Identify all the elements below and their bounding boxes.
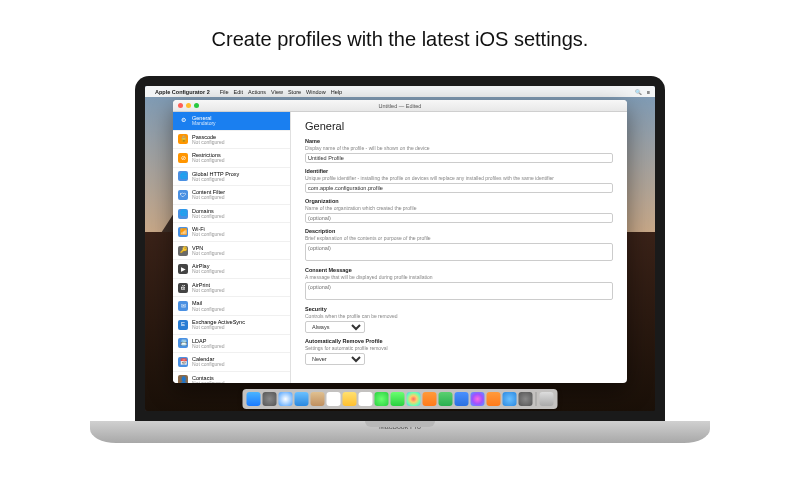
sidebar-icon: 📶 (178, 227, 188, 237)
sidebar-item-calendar[interactable]: 📅CalendarNot configured (173, 353, 290, 372)
sidebar-item-exchange-activesync[interactable]: EExchange ActiveSyncNot configured (173, 316, 290, 335)
macos-dock[interactable] (243, 389, 558, 409)
dock-reminders-icon[interactable] (359, 392, 373, 406)
content-heading: General (305, 120, 613, 132)
sidebar-item-wi-fi[interactable]: 📶Wi-FiNot configured (173, 223, 290, 242)
menu-store[interactable]: Store (288, 89, 301, 95)
menu-window[interactable]: Window (306, 89, 326, 95)
menu-actions[interactable]: Actions (248, 89, 266, 95)
field-description: Brief explanation of the contents or pur… (305, 235, 613, 241)
dock-finder-icon[interactable] (247, 392, 261, 406)
sidebar-sublabel: Not configured (192, 381, 225, 383)
dock-appstore-icon[interactable] (503, 392, 517, 406)
field-identifier: IdentifierUnique profile identifier - in… (305, 168, 613, 193)
sidebar-item-airprint[interactable]: 🖨AirPrintNot configured (173, 279, 290, 298)
field-description: A message that will be displayed during … (305, 274, 613, 280)
dock-ibooks-icon[interactable] (487, 392, 501, 406)
field-input[interactable] (305, 243, 613, 261)
sidebar-sublabel: Not configured (192, 288, 225, 294)
dock-calendar-icon[interactable] (327, 392, 341, 406)
dock-trash-icon[interactable] (540, 392, 554, 406)
field-description: Controls when the profile can be removed (305, 313, 613, 319)
field-input[interactable] (305, 282, 613, 300)
field-description: DescriptionBrief explanation of the cont… (305, 228, 613, 262)
sidebar-item-contacts[interactable]: 👤ContactsNot configured (173, 372, 290, 383)
sidebar-icon: 🔒 (178, 134, 188, 144)
sidebar-sublabel: Not configured (192, 269, 225, 275)
configurator-window: Untitled — Edited ⚙GeneralMandatory🔒Pass… (173, 100, 627, 383)
close-button[interactable] (178, 103, 183, 108)
dock-facetime-icon[interactable] (391, 392, 405, 406)
sidebar-icon: 🌐 (178, 171, 188, 181)
dock-mail-icon[interactable] (295, 392, 309, 406)
dock-itunes-icon[interactable] (471, 392, 485, 406)
dock-messages-icon[interactable] (375, 392, 389, 406)
field-input[interactable] (305, 153, 613, 163)
sidebar-item-global-http-proxy[interactable]: 🌐Global HTTP ProxyNot configured (173, 168, 290, 187)
sidebar-icon: E (178, 320, 188, 330)
screen-bezel: Apple Configurator 2 FileEditActionsView… (135, 76, 665, 421)
field-organization: OrganizationName of the organization whi… (305, 198, 613, 223)
sidebar-icon: 🛡 (178, 190, 188, 200)
sidebar-sublabel: Not configured (192, 158, 225, 164)
field-description: Name of the organization which created t… (305, 205, 613, 211)
sidebar-icon: ▶ (178, 264, 188, 274)
field-input[interactable]: Always (305, 321, 365, 333)
field-security: SecurityControls when the profile can be… (305, 306, 613, 333)
dock-safari-icon[interactable] (279, 392, 293, 406)
field-input[interactable] (305, 183, 613, 193)
field-input[interactable]: Never (305, 353, 365, 365)
sidebar-item-ldap[interactable]: 📇LDAPNot configured (173, 335, 290, 354)
sidebar-icon: 🖨 (178, 283, 188, 293)
field-label: Automatically Remove Profile (305, 338, 613, 344)
dock-numbers-icon[interactable] (439, 392, 453, 406)
laptop-mockup: Apple Configurator 2 FileEditActionsView… (90, 76, 710, 476)
menu-help[interactable]: Help (331, 89, 342, 95)
payload-sidebar[interactable]: ⚙GeneralMandatory🔒PasscodeNot configured… (173, 112, 291, 383)
dock-contacts-icon[interactable] (311, 392, 325, 406)
macos-menubar: Apple Configurator 2 FileEditActionsView… (145, 86, 655, 97)
sidebar-item-mail[interactable]: ✉MailNot configured (173, 297, 290, 316)
payload-content: General NameDisplay name of the profile … (291, 112, 627, 383)
menu-file[interactable]: File (220, 89, 229, 95)
zoom-button[interactable] (194, 103, 199, 108)
sidebar-sublabel: Not configured (192, 251, 225, 257)
minimize-button[interactable] (186, 103, 191, 108)
field-automatically-remove-profile: Automatically Remove ProfileSettings for… (305, 338, 613, 365)
desktop-screen: Apple Configurator 2 FileEditActionsView… (145, 86, 655, 411)
sidebar-item-airplay[interactable]: ▶AirPlayNot configured (173, 260, 290, 279)
sidebar-item-restrictions[interactable]: ⊘RestrictionsNot configured (173, 149, 290, 168)
dock-separator (536, 392, 537, 406)
sidebar-sublabel: Not configured (192, 195, 225, 201)
laptop-notch (365, 421, 435, 427)
sidebar-sublabel: Not configured (192, 362, 225, 368)
sidebar-item-vpn[interactable]: 🔑VPNNot configured (173, 242, 290, 261)
sidebar-sublabel: Mandatory (192, 121, 216, 127)
sidebar-icon: 📅 (178, 357, 188, 367)
menubar-app-name[interactable]: Apple Configurator 2 (155, 89, 210, 95)
sidebar-item-content-filter[interactable]: 🛡Content FilterNot configured (173, 186, 290, 205)
page-headline: Create profiles with the latest iOS sett… (0, 28, 800, 51)
dock-photos-icon[interactable] (407, 392, 421, 406)
sidebar-sublabel: Not configured (192, 140, 225, 146)
spotlight-icon[interactable]: 🔍 (635, 89, 642, 95)
dock-launchpad-icon[interactable] (263, 392, 277, 406)
field-description: Settings for automatic profile removal (305, 345, 613, 351)
sidebar-sublabel: Not configured (192, 214, 225, 220)
menu-view[interactable]: View (271, 89, 283, 95)
dock-notes-icon[interactable] (343, 392, 357, 406)
dock-preferences-icon[interactable] (519, 392, 533, 406)
menu-edit[interactable]: Edit (234, 89, 243, 95)
field-input[interactable] (305, 213, 613, 223)
sidebar-item-passcode[interactable]: 🔒PasscodeNot configured (173, 131, 290, 150)
sidebar-item-domains[interactable]: 🌐DomainsNot configured (173, 205, 290, 224)
field-label: Security (305, 306, 613, 312)
dock-pages-icon[interactable] (423, 392, 437, 406)
sidebar-sublabel: Not configured (192, 177, 239, 183)
window-title: Untitled — Edited (173, 103, 627, 109)
menubar-menu-icon[interactable]: ≡ (647, 89, 650, 95)
sidebar-icon: ⚙ (178, 116, 188, 126)
sidebar-item-general[interactable]: ⚙GeneralMandatory (173, 112, 290, 131)
field-description: Display name of the profile - will be sh… (305, 145, 613, 151)
dock-keynote-icon[interactable] (455, 392, 469, 406)
